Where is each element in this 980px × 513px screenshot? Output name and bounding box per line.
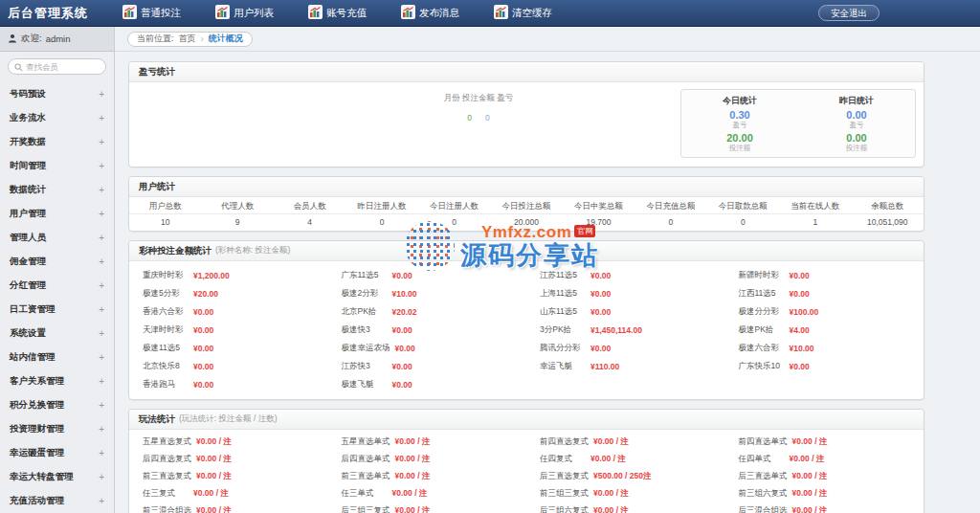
play-name: 后四直选复式 [143,454,191,465]
play-amount: ¥0.00 / 注 [395,436,431,448]
play-stat-item: 任三复式 ¥0.00 / 注 [129,485,328,502]
lottery-stat-item: 上海11选5 ¥0.00 [526,284,725,302]
lottery-name: 香港跑马 [143,379,189,390]
expand-plus-icon: + [99,376,104,387]
navbar-item[interactable]: 用户列表 [215,5,274,21]
expand-plus-icon: + [99,352,104,363]
play-name: 五星直选单式 [342,436,390,448]
sidebar-menu-label: 业务流水 [10,112,46,124]
navbar-item[interactable]: 普通投注 [122,5,181,21]
sidebar-menu-item[interactable]: 分红管理 + [0,274,114,298]
expand-plus-icon: + [99,209,104,219]
navbar-item[interactable]: 发布消息 [401,5,459,21]
sidebar-menu-item[interactable]: 幸运砸蛋管理 + [0,441,114,465]
lottery-name: 江苏11选5 [540,270,586,281]
play-amount: ¥0.00 / 注 [196,471,232,482]
sidebar-menu-item[interactable]: 幸运大转盘管理 + [0,465,114,489]
play-stats-header: 玩法统计 (玩法统计: 投注金额 / 注数) [129,410,924,430]
lottery-stat-item: 极速2分彩 ¥10.00 [328,284,527,302]
profit-zero-value: 0 [485,113,490,123]
sidebar-search [0,52,114,79]
navbar-item-label: 普通投注 [141,7,181,20]
play-stat-item: 任四单式 ¥0.00 / 注 [725,451,924,468]
sidebar-menu-item[interactable]: 日工资管理 + [0,298,114,322]
lottery-name: 极速分分彩 [739,306,785,318]
sidebar-menu-item[interactable]: 数据统计 + [0,178,114,202]
stats-value-cell: 0 [345,214,417,231]
sidebar-menu-item[interactable]: 系统设置 + [0,322,114,346]
play-stat-item: 五星直选单式 ¥0.00 / 注 [328,434,527,451]
chart-icon [215,5,230,21]
sidebar-menu-item[interactable]: 开奖数据 + [0,130,114,154]
expand-plus-icon: + [99,256,104,267]
lottery-stat-item: 江西11选5 ¥0.00 [725,284,924,302]
lottery-amount: ¥0.00 [590,271,611,280]
sidebar-menu-item[interactable]: 佣金管理 + [0,250,114,274]
lottery-amount: ¥0.00 [193,307,213,317]
sidebar-menu-label: 站内信管理 [10,351,56,364]
sidebar-menu-label: 客户关系管理 [10,375,64,388]
user-stats-value-row: 10 9 4 0 0 20.000 19.700 0 [129,214,924,231]
profit-panel-body: 月份 投注金额 盈亏 0 0 今日统计 0.30 盈亏 20.00 投注额 [129,82,924,167]
sidebar-menu-item[interactable]: 管理人员 + [0,226,114,250]
sidebar-menu-label: 日工资管理 [10,303,56,316]
lottery-amount: ¥20.02 [392,307,417,317]
lottery-stat-item: 极速幸运农场 ¥0.00 [328,339,527,357]
sidebar-menu-item[interactable]: 投资理财管理 + [0,417,114,441]
sidebar-menu-label: 管理人员 [10,232,46,244]
sidebar-menu-item[interactable]: 站内信管理 + [0,346,114,369]
member-search-input[interactable] [26,62,100,72]
sidebar-menu-label: 分红管理 [10,279,46,292]
lottery-amount: ¥0.00 [590,344,611,353]
lottery-amount: ¥4.00 [790,325,810,335]
sidebar-menu-item[interactable]: 积分兑换管理 + [0,393,114,417]
sidebar-menu-item[interactable]: 时间管理 + [0,154,114,178]
stats-header-cell: 昨日注册人数 [345,197,417,214]
sidebar-menu-label: 佣金管理 [10,256,46,268]
navbar-item[interactable]: 清空缓存 [494,5,552,21]
play-amount: ¥0.00 / 注 [392,488,428,500]
breadcrumb-current[interactable]: 统计概况 [209,33,243,45]
sidebar-menu-item[interactable]: 客户关系管理 + [0,369,114,393]
navbar-item[interactable]: 账号充值 [308,5,367,21]
lottery-stat-item: 江苏11选5 ¥0.00 [526,266,725,284]
play-amount: ¥0.00 / 注 [193,488,229,500]
lottery-amount: ¥0.00 [392,362,412,371]
expand-plus-icon: + [99,424,104,435]
sidebar-menu-item[interactable]: 业务流水 + [0,106,114,130]
today-profit-value: 0.30 [681,109,798,121]
play-name: 前三混合组选 [143,505,191,513]
sidebar-menu-item[interactable]: 号码预设 + [0,82,114,106]
profit-panel-title: 盈亏统计 [139,66,175,78]
sidebar-menu-item[interactable]: 充值活动管理 + [0,489,114,513]
play-amount: ¥0.00 / 注 [395,471,431,482]
expand-plus-icon: + [99,448,104,458]
expand-plus-icon: + [99,472,104,482]
lottery-name: 上海11选5 [540,288,586,300]
lottery-name: 幸运飞艇 [540,361,586,372]
breadcrumb-home-link[interactable]: 首页 [179,33,196,45]
lottery-stat-item: 北京快乐8 ¥0.00 [129,357,328,375]
stats-value-cell: 20.000 [490,214,562,231]
lottery-amount: ¥0.00 [193,344,213,353]
play-amount: ¥0.00 / 注 [792,488,828,500]
play-name: 后四直选单式 [342,454,390,465]
play-amount: ¥0.00 / 注 [792,505,828,513]
profit-panel-header: 盈亏统计 [129,62,924,82]
play-amount: ¥0.00 / 注 [196,436,232,448]
play-stat-item: 后三组六复式 ¥0.00 / 注 [526,502,725,513]
lottery-name: 极速2分彩 [342,288,388,300]
play-stat-item: 前四直选单式 ¥0.00 / 注 [725,434,924,451]
expand-plus-icon: + [99,328,104,339]
play-amount: ¥0.00 / 注 [196,454,232,465]
play-stats-subtitle: (玩法统计: 投注金额 / 注数) [179,413,277,425]
today-bet-value: 20.00 [681,132,798,144]
logout-button[interactable]: 安全退出 [818,5,880,21]
play-amount: ¥0.00 / 注 [790,454,825,465]
lottery-amount: ¥0.00 [193,325,213,335]
lottery-stats-grid: 重庆时时彩 ¥1,200.00 广东11选5 ¥0.00 江苏11选5 ¥0.0… [129,261,924,399]
lottery-name: 广东11选5 [342,270,388,281]
play-stats-grid: 五星直选复式 ¥0.00 / 注 五星直选单式 ¥0.00 / 注 前四直选复式… [129,430,924,513]
play-name: 任三单式 [342,488,388,500]
sidebar-menu-item[interactable]: 用户管理 + [0,202,114,226]
